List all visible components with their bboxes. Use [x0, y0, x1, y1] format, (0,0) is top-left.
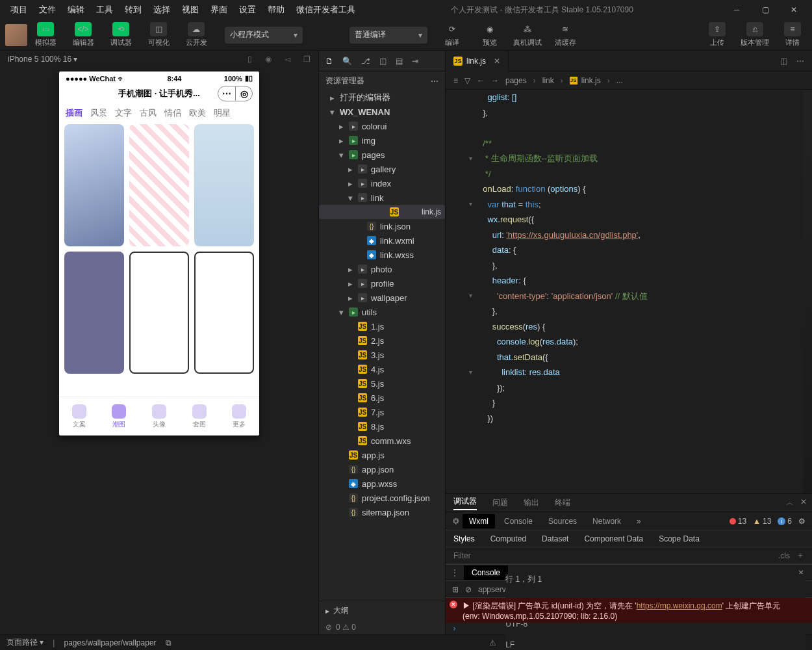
panel-up-icon[interactable]: ︿ [786, 497, 794, 508]
tab-classic[interactable]: 古风 [140, 107, 157, 119]
gallery-tile[interactable] [64, 124, 124, 246]
folder-colorui[interactable]: ▸▸colorui [319, 119, 445, 133]
minimize-button[interactable]: ─ [724, 1, 750, 19]
collapse-icon[interactable]: ≡ [453, 76, 458, 85]
menu-select[interactable]: 选择 [148, 1, 175, 18]
copy-icon[interactable]: ⧉ [166, 638, 171, 647]
devtools-settings-icon[interactable]: ⚙ [798, 517, 806, 526]
add-style-icon[interactable]: ＋ [796, 550, 804, 561]
more-icon[interactable]: ⋯ [796, 57, 804, 66]
details-button[interactable]: ≡详情 [778, 22, 807, 47]
devtools-sources[interactable]: Sources [542, 514, 583, 528]
file-4js[interactable]: JS4.js [319, 362, 445, 376]
tab-terminal[interactable]: 终端 [555, 497, 570, 508]
cls-toggle[interactable]: .cls [778, 551, 790, 560]
real-debug-button[interactable]: ⁂真机调试 [513, 22, 542, 47]
menu-file[interactable]: 文件 [34, 1, 61, 18]
error-link[interactable]: https://mp.weixin.qq.com [637, 601, 722, 610]
menu-wxdevtools[interactable]: 微信开发者工具 [291, 1, 361, 18]
project-root[interactable]: ▾WX_WENAN [319, 105, 445, 119]
cursor-position[interactable]: 行 1，列 1 [505, 574, 806, 585]
tab-close-icon[interactable]: ✕ [494, 57, 500, 66]
page-path-label[interactable]: 页面路径 ▾ [6, 637, 44, 648]
dataset-tab[interactable]: Dataset [542, 534, 568, 543]
ext-icon[interactable]: ◫ [379, 57, 387, 66]
files-icon[interactable]: 🗋 [325, 57, 333, 66]
file-2js[interactable]: JS2.js [319, 333, 445, 348]
gallery-tile[interactable] [194, 252, 254, 374]
file-project-config[interactable]: {}project.config.json [319, 491, 445, 505]
tab-problems[interactable]: 问题 [492, 497, 508, 508]
clear-cache-button[interactable]: ≋清缓存 [551, 22, 579, 47]
editor-tab-linkjs[interactable]: JS link.js✕ [446, 51, 509, 72]
tab-illustration[interactable]: 插画 [66, 107, 82, 119]
menu-project[interactable]: 项目 [5, 1, 32, 18]
cloud-dev-button[interactable]: ☁云开发 [182, 22, 210, 47]
componentdata-tab[interactable]: Component Data [584, 534, 643, 543]
file-8js[interactable]: JS8.js [319, 419, 445, 434]
menu-tool[interactable]: 工具 [91, 1, 118, 18]
gallery-tile[interactable] [129, 124, 189, 246]
folder-link[interactable]: ▾▸link [319, 190, 445, 205]
computed-tab[interactable]: Computed [490, 534, 526, 543]
back-icon[interactable]: ← [477, 76, 485, 85]
devtools-network[interactable]: Network [586, 514, 628, 528]
compile-button[interactable]: ⟳编译 [438, 22, 466, 47]
file-link-wxml[interactable]: ◆link.wxml [319, 233, 445, 248]
device-select[interactable]: iPhone 5 100% 16 ▾ [8, 55, 77, 64]
compile-mode-select[interactable]: 普通编译▾ [349, 27, 427, 44]
menu-goto[interactable]: 转到 [120, 1, 147, 18]
tools-icon[interactable]: ⇥ [412, 57, 418, 66]
devtools-console[interactable]: Console [498, 514, 539, 528]
device-icon[interactable]: ▯ [247, 55, 252, 64]
warning-count[interactable]: ▲13 [753, 517, 771, 526]
page-path[interactable]: pages/wallpaper/wallpaper [64, 638, 156, 647]
file-7js[interactable]: JS7.js [319, 405, 445, 419]
styles-filter-input[interactable]: Filter [453, 551, 471, 560]
code-editor[interactable]: ▾ ▾ ▾ ▾ gglist: [] }, /** * 生命周期函数--监听页面… [446, 90, 812, 493]
folder-index[interactable]: ▸▸index [319, 176, 445, 190]
file-link-wxss[interactable]: ◆link.wxss [319, 248, 445, 262]
menu-edit[interactable]: 编辑 [62, 1, 90, 18]
preview-button[interactable]: ◉预览 [476, 22, 504, 47]
inspect-element-icon[interactable]: ⯐ [452, 517, 460, 526]
tab-western[interactable]: 欧美 [189, 107, 206, 119]
breadcrumb[interactable]: pages link JS link.js ... [505, 76, 623, 85]
file-appjs[interactable]: JSapp.js [319, 448, 445, 462]
console-clear-icon[interactable]: ⊘ [465, 585, 472, 594]
menu-settings[interactable]: 设置 [234, 1, 261, 18]
nav-wenan[interactable]: 文案 [72, 404, 86, 429]
menu-view[interactable]: 视图 [177, 1, 204, 18]
file-link-json[interactable]: {}link.json [319, 219, 445, 233]
menu-help[interactable]: 帮助 [262, 1, 290, 18]
close-button[interactable]: ✕ [781, 1, 807, 19]
outline-section[interactable]: ▸大纲 [319, 601, 445, 620]
folder-pages[interactable]: ▾▸pages [319, 148, 445, 162]
version-button[interactable]: ⎌版本管理 [741, 22, 769, 47]
nav-avatar[interactable]: 头像 [152, 404, 166, 429]
visual-toggle[interactable]: ◫可视化 [144, 22, 173, 47]
tab-star[interactable]: 明星 [214, 107, 231, 119]
phone-simulator[interactable]: ●●●●● WeChat ᯤ 8:44 100%▮▯ 手机潮图 · 让手机秀..… [59, 72, 259, 436]
file-sitemap[interactable]: {}sitemap.json [319, 505, 445, 519]
editor-toggle[interactable]: </>编辑器 [69, 22, 97, 47]
file-6js[interactable]: JS6.js [319, 391, 445, 405]
error-count[interactable]: 13 [730, 517, 746, 526]
inspect-icon[interactable]: ▤ [396, 57, 403, 66]
devtools-wxml[interactable]: Wxml [463, 514, 495, 528]
minimap[interactable] [803, 90, 812, 493]
file-appjson[interactable]: {}app.json [319, 462, 445, 476]
folder-utils[interactable]: ▾▸utils [319, 305, 445, 319]
console-sidebar-icon[interactable]: ⊞ [452, 585, 459, 594]
console-drawer-tab[interactable]: Console [464, 566, 508, 580]
devtools-more[interactable]: » [630, 514, 648, 528]
popout-icon[interactable]: ❐ [303, 55, 311, 64]
gallery-tile[interactable] [194, 124, 254, 246]
fwd-icon[interactable]: → [491, 76, 499, 85]
upload-button[interactable]: ⇪上传 [703, 22, 731, 47]
record-icon[interactable]: ◉ [265, 55, 272, 64]
tab-scenery[interactable]: 风景 [90, 107, 107, 119]
file-5js[interactable]: JS5.js [319, 376, 445, 391]
file-commwxs[interactable]: JScomm.wxs [319, 434, 445, 448]
scopedata-tab[interactable]: Scope Data [659, 534, 700, 543]
